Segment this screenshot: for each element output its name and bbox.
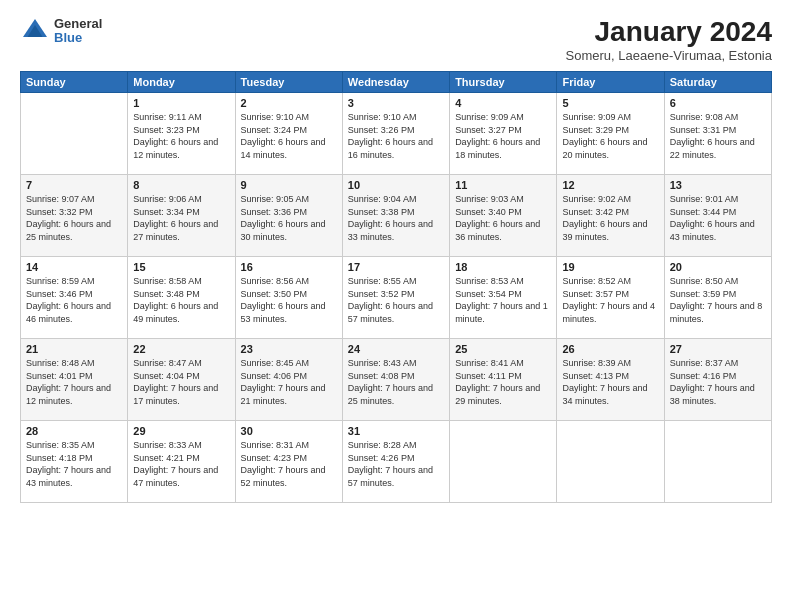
calendar-cell: 31Sunrise: 8:28 AMSunset: 4:26 PMDayligh… (342, 421, 449, 503)
day-info: Sunrise: 9:10 AMSunset: 3:24 PMDaylight:… (241, 111, 337, 161)
subtitle: Someru, Laeaene-Virumaa, Estonia (566, 48, 772, 63)
calendar-cell: 15Sunrise: 8:58 AMSunset: 3:48 PMDayligh… (128, 257, 235, 339)
day-info: Sunrise: 9:02 AMSunset: 3:42 PMDaylight:… (562, 193, 658, 243)
logo-icon (20, 16, 50, 46)
header: General Blue January 2024 Someru, Laeaen… (20, 16, 772, 63)
calendar-cell: 13Sunrise: 9:01 AMSunset: 3:44 PMDayligh… (664, 175, 771, 257)
calendar-week-1: 7Sunrise: 9:07 AMSunset: 3:32 PMDaylight… (21, 175, 772, 257)
calendar-cell: 17Sunrise: 8:55 AMSunset: 3:52 PMDayligh… (342, 257, 449, 339)
day-info: Sunrise: 9:09 AMSunset: 3:27 PMDaylight:… (455, 111, 551, 161)
day-info: Sunrise: 8:28 AMSunset: 4:26 PMDaylight:… (348, 439, 444, 489)
day-number: 26 (562, 343, 658, 355)
day-info: Sunrise: 8:56 AMSunset: 3:50 PMDaylight:… (241, 275, 337, 325)
day-info: Sunrise: 8:53 AMSunset: 3:54 PMDaylight:… (455, 275, 551, 325)
main-title: January 2024 (566, 16, 772, 48)
calendar-week-0: 1Sunrise: 9:11 AMSunset: 3:23 PMDaylight… (21, 93, 772, 175)
day-number: 5 (562, 97, 658, 109)
day-info: Sunrise: 9:07 AMSunset: 3:32 PMDaylight:… (26, 193, 122, 243)
calendar-cell: 20Sunrise: 8:50 AMSunset: 3:59 PMDayligh… (664, 257, 771, 339)
day-info: Sunrise: 8:43 AMSunset: 4:08 PMDaylight:… (348, 357, 444, 407)
day-number: 1 (133, 97, 229, 109)
day-number: 9 (241, 179, 337, 191)
calendar-cell (450, 421, 557, 503)
calendar-cell: 1Sunrise: 9:11 AMSunset: 3:23 PMDaylight… (128, 93, 235, 175)
calendar-cell: 9Sunrise: 9:05 AMSunset: 3:36 PMDaylight… (235, 175, 342, 257)
day-number: 27 (670, 343, 766, 355)
day-number: 18 (455, 261, 551, 273)
calendar-body: 1Sunrise: 9:11 AMSunset: 3:23 PMDaylight… (21, 93, 772, 503)
calendar-cell: 2Sunrise: 9:10 AMSunset: 3:24 PMDaylight… (235, 93, 342, 175)
day-info: Sunrise: 8:58 AMSunset: 3:48 PMDaylight:… (133, 275, 229, 325)
day-number: 25 (455, 343, 551, 355)
day-info: Sunrise: 9:03 AMSunset: 3:40 PMDaylight:… (455, 193, 551, 243)
calendar-header: SundayMondayTuesdayWednesdayThursdayFrid… (21, 72, 772, 93)
day-number: 15 (133, 261, 229, 273)
logo-blue-text: Blue (54, 31, 102, 45)
calendar-cell: 16Sunrise: 8:56 AMSunset: 3:50 PMDayligh… (235, 257, 342, 339)
calendar-cell: 10Sunrise: 9:04 AMSunset: 3:38 PMDayligh… (342, 175, 449, 257)
day-info: Sunrise: 8:47 AMSunset: 4:04 PMDaylight:… (133, 357, 229, 407)
weekday-header-wednesday: Wednesday (342, 72, 449, 93)
weekday-header-saturday: Saturday (664, 72, 771, 93)
day-number: 30 (241, 425, 337, 437)
day-info: Sunrise: 8:33 AMSunset: 4:21 PMDaylight:… (133, 439, 229, 489)
day-info: Sunrise: 8:45 AMSunset: 4:06 PMDaylight:… (241, 357, 337, 407)
day-number: 21 (26, 343, 122, 355)
day-info: Sunrise: 9:05 AMSunset: 3:36 PMDaylight:… (241, 193, 337, 243)
page: General Blue January 2024 Someru, Laeaen… (0, 0, 792, 612)
calendar-cell: 23Sunrise: 8:45 AMSunset: 4:06 PMDayligh… (235, 339, 342, 421)
calendar-cell: 30Sunrise: 8:31 AMSunset: 4:23 PMDayligh… (235, 421, 342, 503)
calendar-cell: 4Sunrise: 9:09 AMSunset: 3:27 PMDaylight… (450, 93, 557, 175)
calendar-cell (664, 421, 771, 503)
calendar-cell: 8Sunrise: 9:06 AMSunset: 3:34 PMDaylight… (128, 175, 235, 257)
calendar-week-2: 14Sunrise: 8:59 AMSunset: 3:46 PMDayligh… (21, 257, 772, 339)
day-info: Sunrise: 9:04 AMSunset: 3:38 PMDaylight:… (348, 193, 444, 243)
day-number: 10 (348, 179, 444, 191)
calendar-cell: 27Sunrise: 8:37 AMSunset: 4:16 PMDayligh… (664, 339, 771, 421)
day-info: Sunrise: 8:41 AMSunset: 4:11 PMDaylight:… (455, 357, 551, 407)
title-block: January 2024 Someru, Laeaene-Virumaa, Es… (566, 16, 772, 63)
day-number: 4 (455, 97, 551, 109)
day-info: Sunrise: 9:11 AMSunset: 3:23 PMDaylight:… (133, 111, 229, 161)
day-number: 14 (26, 261, 122, 273)
day-number: 11 (455, 179, 551, 191)
day-info: Sunrise: 9:06 AMSunset: 3:34 PMDaylight:… (133, 193, 229, 243)
day-number: 6 (670, 97, 766, 109)
day-number: 17 (348, 261, 444, 273)
day-info: Sunrise: 8:39 AMSunset: 4:13 PMDaylight:… (562, 357, 658, 407)
calendar-cell: 6Sunrise: 9:08 AMSunset: 3:31 PMDaylight… (664, 93, 771, 175)
day-number: 31 (348, 425, 444, 437)
calendar-cell (557, 421, 664, 503)
day-number: 24 (348, 343, 444, 355)
calendar-week-4: 28Sunrise: 8:35 AMSunset: 4:18 PMDayligh… (21, 421, 772, 503)
day-number: 7 (26, 179, 122, 191)
day-info: Sunrise: 8:48 AMSunset: 4:01 PMDaylight:… (26, 357, 122, 407)
day-info: Sunrise: 8:35 AMSunset: 4:18 PMDaylight:… (26, 439, 122, 489)
weekday-header-row: SundayMondayTuesdayWednesdayThursdayFrid… (21, 72, 772, 93)
calendar-cell (21, 93, 128, 175)
calendar-cell: 26Sunrise: 8:39 AMSunset: 4:13 PMDayligh… (557, 339, 664, 421)
weekday-header-tuesday: Tuesday (235, 72, 342, 93)
day-number: 3 (348, 97, 444, 109)
day-info: Sunrise: 8:59 AMSunset: 3:46 PMDaylight:… (26, 275, 122, 325)
calendar-cell: 12Sunrise: 9:02 AMSunset: 3:42 PMDayligh… (557, 175, 664, 257)
calendar-cell: 28Sunrise: 8:35 AMSunset: 4:18 PMDayligh… (21, 421, 128, 503)
weekday-header-sunday: Sunday (21, 72, 128, 93)
calendar-cell: 19Sunrise: 8:52 AMSunset: 3:57 PMDayligh… (557, 257, 664, 339)
calendar-cell: 18Sunrise: 8:53 AMSunset: 3:54 PMDayligh… (450, 257, 557, 339)
calendar-cell: 25Sunrise: 8:41 AMSunset: 4:11 PMDayligh… (450, 339, 557, 421)
day-number: 16 (241, 261, 337, 273)
calendar-cell: 14Sunrise: 8:59 AMSunset: 3:46 PMDayligh… (21, 257, 128, 339)
day-info: Sunrise: 9:09 AMSunset: 3:29 PMDaylight:… (562, 111, 658, 161)
calendar-cell: 21Sunrise: 8:48 AMSunset: 4:01 PMDayligh… (21, 339, 128, 421)
day-info: Sunrise: 8:31 AMSunset: 4:23 PMDaylight:… (241, 439, 337, 489)
day-number: 8 (133, 179, 229, 191)
day-number: 2 (241, 97, 337, 109)
calendar-cell: 5Sunrise: 9:09 AMSunset: 3:29 PMDaylight… (557, 93, 664, 175)
logo-text: General Blue (54, 17, 102, 46)
weekday-header-monday: Monday (128, 72, 235, 93)
logo: General Blue (20, 16, 102, 46)
calendar-cell: 24Sunrise: 8:43 AMSunset: 4:08 PMDayligh… (342, 339, 449, 421)
calendar-table: SundayMondayTuesdayWednesdayThursdayFrid… (20, 71, 772, 503)
day-number: 12 (562, 179, 658, 191)
